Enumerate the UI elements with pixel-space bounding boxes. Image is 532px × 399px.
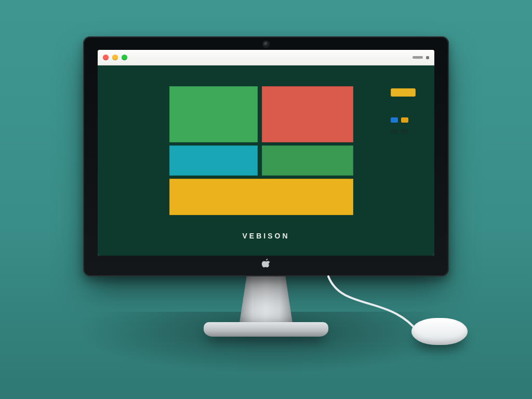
toolbar-control-icon bbox=[413, 56, 423, 59]
monitor-stand-neck bbox=[239, 276, 293, 326]
tile-yellow-bottom[interactable] bbox=[169, 179, 353, 215]
monitor-stand-foot bbox=[204, 322, 328, 337]
window-titlebar bbox=[98, 50, 434, 65]
window-traffic-lights bbox=[103, 55, 127, 60]
tile-red-top-right[interactable] bbox=[262, 86, 353, 142]
window-minimize-button[interactable] bbox=[112, 55, 118, 60]
tile-green-mid-right[interactable] bbox=[262, 145, 353, 176]
side-pill-row bbox=[391, 117, 408, 123]
tile-green-top-left[interactable] bbox=[169, 86, 258, 142]
side-chip-gold[interactable] bbox=[391, 88, 416, 97]
apple-logo-icon bbox=[261, 258, 271, 270]
side-pill-row-2 bbox=[391, 129, 408, 134]
side-pill-amber[interactable] bbox=[401, 117, 408, 123]
screen: VEBISON bbox=[98, 50, 434, 256]
side-widget-panel bbox=[391, 88, 416, 134]
toolbar-dot-icon bbox=[426, 56, 429, 59]
app-caption: VEBISON bbox=[242, 232, 289, 240]
tile-cyan-mid-left[interactable] bbox=[169, 145, 258, 176]
window-controls-right bbox=[413, 56, 429, 59]
mouse-device bbox=[411, 318, 468, 345]
side-pill-dim-2 bbox=[401, 129, 408, 134]
window-close-button[interactable] bbox=[103, 55, 109, 60]
app-canvas: VEBISON bbox=[98, 65, 434, 256]
side-pill-blue[interactable] bbox=[391, 117, 398, 123]
window-zoom-button[interactable] bbox=[122, 55, 127, 60]
monitor-bezel: VEBISON bbox=[83, 36, 449, 276]
side-pill-dim-1 bbox=[391, 129, 398, 134]
webcam-icon bbox=[263, 42, 269, 47]
